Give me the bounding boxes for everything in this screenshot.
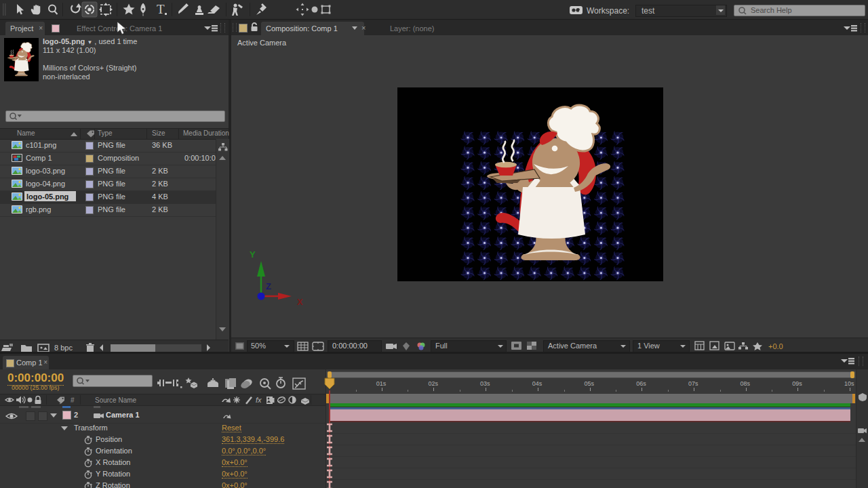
svg-text:Y: Y bbox=[250, 249, 256, 260]
svg-text:Source Name: Source Name bbox=[95, 396, 137, 404]
svg-text:+0.0: +0.0 bbox=[768, 342, 783, 350]
svg-text:Z: Z bbox=[266, 281, 271, 291]
svg-text:#: # bbox=[71, 396, 75, 404]
svg-text:8 bpc: 8 bpc bbox=[54, 344, 73, 352]
svg-text:fx: fx bbox=[256, 396, 262, 404]
svg-text:T: T bbox=[157, 2, 165, 16]
svg-text:X: X bbox=[297, 297, 303, 307]
